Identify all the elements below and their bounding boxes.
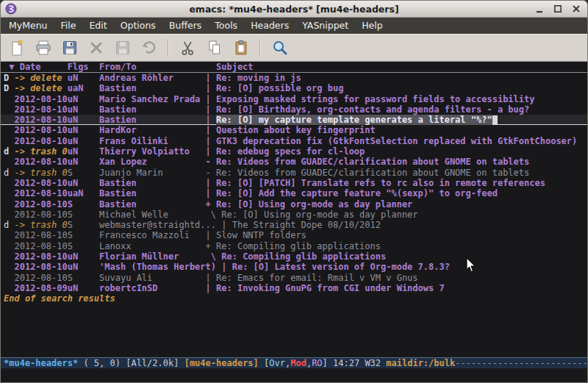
row-subject: Re: Emacs for email: Rmail v VM v Gnus (216, 273, 418, 283)
menu-bar: MyMenuFileEditOptionsBuffersToolsHeaders… (1, 18, 587, 34)
row-mark (4, 94, 14, 104)
row-mark (4, 188, 14, 198)
thread-indicator: | (206, 94, 216, 104)
row-subject: Re: [O] Add the capture feature "%(sexp)… (216, 188, 498, 198)
row-mark (4, 115, 14, 125)
header-row[interactable]: 2012-08-10uN Bastien | Re: [O] [PATCH] T… (1, 178, 587, 188)
row-mark (4, 125, 14, 135)
row-from: 'Mash (Thomas Herbert) (99, 262, 221, 272)
save-button[interactable] (60, 37, 79, 58)
row-subject: Re: [O] Using org-mode as day planner (216, 199, 412, 210)
header-row[interactable]: 2012-08-10uN Xan Lopez - Re: Videos from… (1, 157, 587, 167)
menu-mymenu[interactable]: MyMenu (2, 18, 54, 34)
save-as-button[interactable] (112, 37, 132, 58)
thread-indicator: | (206, 146, 216, 157)
thread-indicator: | (206, 115, 216, 125)
row-from: Andreas Röhler (99, 73, 206, 83)
close-buffer-button[interactable] (86, 37, 106, 58)
menu-help[interactable]: Help (355, 18, 390, 34)
menu-edit[interactable]: Edit (82, 18, 113, 34)
buffer-name[interactable]: *mu4e-headers* (4, 358, 78, 368)
header-row[interactable]: 2012-08-10S Suvayu Ali | Re: Emacs for e… (1, 273, 587, 283)
thread-indicator: | (206, 73, 216, 83)
column-headers[interactable]: ▼ Date Flgs From/To Subject (1, 62, 587, 73)
search-button[interactable] (270, 37, 290, 58)
row-flags: uN (68, 136, 99, 146)
window-number: W32 (365, 358, 386, 368)
major-mode[interactable]: [mu4e-headers] (184, 358, 264, 368)
header-row[interactable]: 2012-08-10uN 'Mash (Thomas Herbert) | Re… (1, 262, 587, 272)
header-row[interactable]: 2012-08-10uN Mario Sanchez Prada | Expos… (1, 94, 587, 104)
header-row[interactable]: 2012-08-10S Lanoxx + Re: Compiling glib … (1, 241, 587, 251)
menu-options[interactable]: Options (114, 18, 162, 34)
mode-line[interactable]: *mu4e-headers* ( 5, 0) [All/2.0k] [mu4e-… (1, 357, 587, 368)
header-row[interactable]: d -> trash 0S Juanjo Marin - Re: Videos … (1, 168, 587, 178)
header-row[interactable]: D -> delete uN Andreas Röhler | Re: movi… (1, 73, 587, 83)
header-row[interactable]: d -> trash 0uN Thierry Volpiatto | Re: e… (1, 146, 587, 157)
header-row[interactable]: D -> delete uaN Bastien | Re: [O] possib… (1, 83, 587, 93)
header-row[interactable]: 2012-08-09uN robertcInSD | Re: Invoking … (1, 283, 587, 293)
toolbar (1, 34, 587, 62)
row-from: Suvayu Ali (99, 273, 206, 283)
row-from: Thierry Volpiatto (99, 146, 206, 157)
row-flags: uN (68, 125, 99, 135)
thread-indicator: | (206, 283, 216, 293)
row-mark (4, 230, 14, 240)
header-row[interactable]: 2012-08-10uN Bastien | Re: [O] my captur… (1, 115, 587, 125)
menu-yasnippet[interactable]: YASnippet (295, 18, 355, 34)
undo-button[interactable] (139, 37, 159, 58)
thread-indicator: | (221, 262, 232, 272)
new-file-icon (8, 39, 26, 57)
row-subject: Re: [O] Latest version of Org-mode 7.8.3… (232, 262, 450, 272)
header-row[interactable]: 2012-08-10uN Frans Oilinki | GTK3 deprec… (1, 136, 587, 146)
thread-indicator: | (206, 104, 216, 115)
row-mark (4, 273, 14, 283)
row-from: Mario Sanchez Prada (99, 94, 206, 104)
new-file-button[interactable] (7, 37, 26, 58)
header-row[interactable]: 2012-08-10uaN Bastien | Re: [O] Add the … (1, 188, 587, 198)
header-row[interactable]: 2012-08-10uN Bastien | Re: [O] Birthdays… (1, 104, 587, 115)
echo-area[interactable] (1, 368, 587, 382)
row-flags: uN (68, 262, 99, 272)
titlebar[interactable]: emacs: *mu4e-headers* [mu4e-headers] (1, 1, 587, 18)
header-row[interactable]: 2012-08-10uN HardKor | Question about ke… (1, 125, 587, 135)
row-from: Juanjo Marin (99, 168, 206, 178)
row-mark (4, 199, 14, 210)
row-from: Bastien (99, 104, 206, 115)
minimize-button[interactable] (532, 3, 546, 15)
cut-button[interactable] (178, 37, 198, 58)
menu-file[interactable]: File (54, 18, 83, 34)
maximize-button[interactable] (551, 3, 564, 15)
header-row[interactable]: 2012-08-10S Bastien + Re: [O] Using org-… (1, 199, 587, 210)
menu-buffers[interactable]: Buffers (162, 18, 208, 34)
window-controls (532, 3, 583, 15)
end-of-results: End of search results (1, 293, 587, 304)
copy-icon (206, 39, 223, 57)
thread-indicator: | (206, 273, 216, 283)
paste-button[interactable] (231, 37, 251, 58)
thread-indicator: | (206, 136, 216, 146)
print-button[interactable] (33, 37, 53, 58)
row-date: 2012-08-10 (14, 94, 67, 104)
header-row[interactable]: 2012-08-10S Francesco Mazzoli | Slow NNT… (1, 230, 587, 240)
header-row[interactable]: d -> trash 0S webmaster@straightd... | T… (1, 220, 587, 230)
row-from: robertcInSD (99, 283, 206, 293)
close-button[interactable] (569, 3, 583, 15)
menu-tools[interactable]: Tools (208, 18, 244, 34)
headers-buffer[interactable]: ▼ Date Flgs From/To Subject D -> delete … (1, 62, 587, 357)
row-subject: Re: Invoking GnuPG from CGI under Window… (216, 283, 445, 293)
cut-icon (179, 39, 197, 57)
row-date: 2012-08-10 (14, 104, 67, 115)
header-row[interactable]: 2012-08-10S Michael Welle \ Re: [O] Usin… (1, 210, 587, 220)
row-subject: Re: Compiling glib applications (216, 241, 381, 251)
header-row[interactable]: 2012-08-10uN Florian Müllner \ Re: Compi… (1, 251, 587, 262)
row-mark (4, 178, 14, 188)
row-date: -> trash 0 (14, 146, 67, 157)
row-from: Bastien (99, 199, 206, 210)
row-from: Lanoxx (99, 241, 206, 251)
row-mark (4, 283, 14, 293)
modified-indicator: Mod (290, 358, 306, 368)
copy-button[interactable] (204, 37, 224, 58)
row-date: 2012-08-10 (14, 178, 67, 188)
menu-headers[interactable]: Headers (244, 18, 295, 34)
